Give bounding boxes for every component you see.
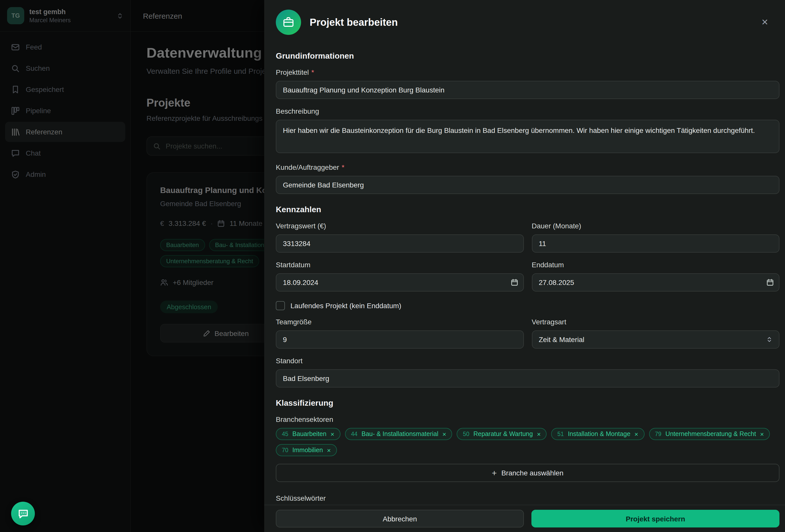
- beschreibung-textarea[interactable]: Hier haben wir die Bausteinkonzeption fü…: [276, 120, 780, 153]
- vertragswert-label: Vertragswert (€): [276, 222, 524, 230]
- remove-sector-icon[interactable]: ×: [634, 431, 638, 437]
- remove-sector-icon[interactable]: ×: [330, 431, 334, 437]
- grundinformationen-heading: Grundinformationen: [276, 52, 780, 60]
- sector-tag[interactable]: 50 Reparatur & Wartung ×: [457, 428, 547, 440]
- beschreibung-label: Beschreibung: [276, 107, 780, 115]
- vertragsart-value: Zeit & Material: [539, 335, 584, 344]
- modal-title: Projekt bearbeiten: [310, 17, 398, 28]
- sector-code: 51: [557, 431, 564, 437]
- dauer-field: Dauer (Monate): [532, 222, 780, 253]
- standort-label: Standort: [276, 357, 780, 365]
- remove-sector-icon[interactable]: ×: [537, 431, 541, 437]
- startdatum-field: Startdatum: [276, 261, 524, 292]
- teamgroesse-label: Teamgröße: [276, 318, 524, 326]
- teamgroesse-input[interactable]: [276, 330, 524, 349]
- projekttitel-label: Projekttitel *: [276, 68, 780, 76]
- chevron-updown-icon: [766, 336, 773, 343]
- sector-tag-list: 45 Bauarbeiten × 44 Bau- & Installations…: [276, 428, 780, 456]
- app-root: TG test gembh Marcel Meiners Feed Suchen…: [0, 0, 785, 532]
- sector-code: 45: [282, 431, 288, 437]
- laufendes-projekt-label: Laufendes Projekt (kein Enddatum): [290, 302, 401, 310]
- required-asterisk: *: [342, 163, 345, 171]
- remove-sector-icon[interactable]: ×: [442, 431, 446, 437]
- startdatum-label: Startdatum: [276, 261, 524, 269]
- chat-bubble-icon: [17, 507, 29, 520]
- required-asterisk: *: [311, 68, 314, 76]
- dauer-input[interactable]: [532, 234, 780, 253]
- sector-label: Immobilien: [293, 447, 323, 454]
- kennzahlen-heading: Kennzahlen: [276, 205, 780, 214]
- branchensektoren-label: Branchensektoren: [276, 415, 780, 423]
- remove-sector-icon[interactable]: ×: [327, 447, 331, 453]
- standort-input[interactable]: [276, 369, 780, 387]
- teamgroesse-field: Teamgröße: [276, 318, 524, 349]
- schluesselwoerter-heading: Schlüsselwörter: [276, 494, 780, 502]
- chat-widget-button[interactable]: [11, 502, 35, 526]
- projekttitel-field: Projekttitel *: [276, 68, 780, 99]
- close-icon[interactable]: ×: [756, 14, 774, 31]
- startdatum-input[interactable]: [276, 273, 524, 292]
- klassifizierung-heading: Klassifizierung: [276, 399, 780, 408]
- sector-code: 70: [282, 447, 288, 453]
- briefcase-icon: [276, 9, 301, 35]
- edit-project-modal: Projekt bearbeiten × Grundinformationen …: [264, 0, 785, 532]
- vertragswert-field: Vertragswert (€): [276, 222, 524, 253]
- sector-label: Unternehmensberatung & Recht: [665, 430, 756, 437]
- vertragsart-select[interactable]: Zeit & Material: [532, 330, 780, 349]
- laufendes-projekt-checkbox[interactable]: [276, 301, 285, 310]
- plus-icon: +: [492, 468, 497, 477]
- kunde-input[interactable]: [276, 176, 780, 194]
- branchensektoren-field: Branchensektoren 45 Bauarbeiten × 44 Bau…: [276, 415, 780, 482]
- add-branche-label: Branche auswählen: [501, 469, 563, 477]
- projekttitel-input[interactable]: [276, 81, 780, 99]
- sector-label: Bauarbeiten: [293, 430, 327, 437]
- sector-code: 44: [351, 431, 358, 437]
- sector-code: 79: [655, 431, 661, 437]
- laufendes-projekt-row: Laufendes Projekt (kein Enddatum): [276, 301, 780, 310]
- sector-tag[interactable]: 79 Unternehmensberatung & Recht ×: [649, 428, 770, 440]
- dauer-label: Dauer (Monate): [532, 222, 780, 230]
- vertragsart-field: Vertragsart Zeit & Material: [532, 318, 780, 349]
- sector-tag[interactable]: 51 Installation & Montage ×: [551, 428, 644, 440]
- vertragsart-label: Vertragsart: [532, 318, 780, 326]
- beschreibung-field: Beschreibung Hier haben wir die Baustein…: [276, 107, 780, 155]
- remove-sector-icon[interactable]: ×: [760, 431, 764, 437]
- enddatum-label: Enddatum: [532, 261, 780, 269]
- sector-tag[interactable]: 44 Bau- & Installationsmaterial ×: [345, 428, 452, 440]
- standort-field: Standort: [276, 357, 780, 387]
- sector-label: Installation & Montage: [568, 430, 630, 437]
- sector-code: 50: [463, 431, 470, 437]
- modal-footer: Abbrechen Projekt speichern: [264, 505, 785, 532]
- save-project-button[interactable]: Projekt speichern: [531, 510, 780, 528]
- cancel-button[interactable]: Abbrechen: [276, 510, 524, 528]
- kunde-field: Kunde/Auftraggeber *: [276, 163, 780, 194]
- sector-label: Reparatur & Wartung: [473, 430, 533, 437]
- modal-header: Projekt bearbeiten ×: [264, 0, 785, 41]
- vertragswert-input[interactable]: [276, 234, 524, 253]
- add-branche-button[interactable]: + Branche auswählen: [276, 464, 780, 482]
- kunde-label: Kunde/Auftraggeber *: [276, 163, 780, 171]
- sector-label: Bau- & Installationsmaterial: [361, 430, 438, 437]
- sector-tag[interactable]: 70 Immobilien ×: [276, 444, 337, 456]
- enddatum-input[interactable]: [532, 273, 780, 292]
- enddatum-field: Enddatum: [532, 261, 780, 292]
- sector-tag[interactable]: 45 Bauarbeiten ×: [276, 428, 340, 440]
- modal-body: Grundinformationen Projekttitel * Beschr…: [264, 41, 785, 505]
